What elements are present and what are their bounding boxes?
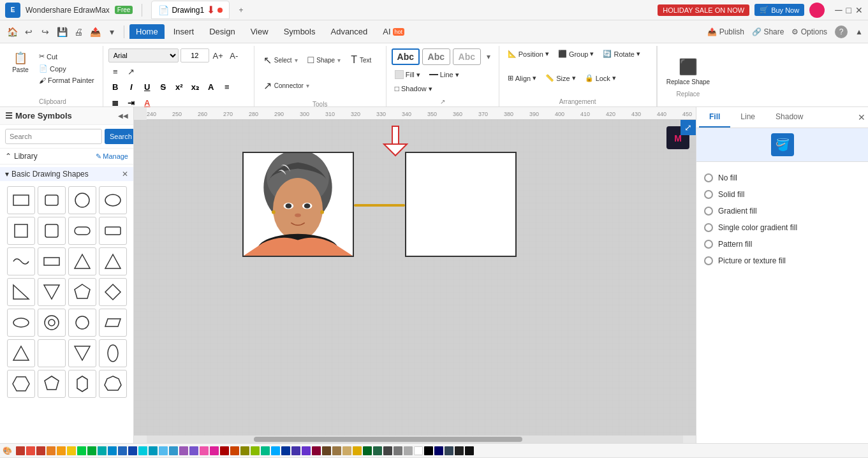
maximize-btn[interactable]: □	[846, 5, 851, 15]
color-swatch-lightgray[interactable]	[404, 446, 413, 455]
shadow-btn[interactable]: □ Shadow ▾	[392, 83, 436, 94]
color-swatch-gray[interactable]	[394, 446, 402, 455]
bold-btn[interactable]: B	[108, 80, 122, 94]
color-swatch-cyan2[interactable]	[149, 446, 158, 455]
underline-btn[interactable]: U	[140, 80, 154, 94]
shape-wave[interactable]	[7, 247, 35, 275]
menu-ai[interactable]: AI hot	[376, 24, 411, 39]
holiday-sale-btn[interactable]: HOLIDAY SALE ON NOW	[658, 4, 749, 16]
shape-rect2[interactable]	[38, 186, 66, 214]
empty-shape[interactable]	[405, 152, 517, 257]
color-swatch-darkblue[interactable]	[434, 446, 443, 455]
search-btn[interactable]: Search	[105, 129, 134, 144]
color-swatch-black[interactable]	[424, 446, 433, 455]
fill-gradient[interactable]: Gradient fill	[704, 203, 860, 219]
shape-triangle7[interactable]	[68, 339, 96, 367]
increase-font-btn[interactable]: A+	[211, 48, 225, 62]
color-swatch-violet[interactable]	[302, 446, 311, 455]
shape-square1[interactable]	[7, 217, 35, 245]
minimize-btn[interactable]: ─	[835, 4, 842, 16]
menu-home[interactable]: Home	[129, 24, 165, 39]
strikethrough-btn[interactable]: S	[156, 80, 170, 94]
menu-view[interactable]: View	[244, 24, 275, 39]
color-swatch-darkred[interactable]	[220, 446, 229, 455]
shape-circle1[interactable]	[68, 186, 96, 214]
nav-undo[interactable]: ↩	[22, 25, 36, 39]
text-tool-btn[interactable]: T Text	[347, 48, 375, 71]
fill-single-gradient[interactable]: Single color gradient fill	[704, 219, 860, 236]
italic-btn[interactable]: I	[124, 80, 138, 94]
fill-solid[interactable]: Solid fill	[704, 186, 860, 203]
canvas-expand-btn[interactable]: ⤢	[680, 120, 696, 135]
format-painter-btn[interactable]: 🖌 Format Painter	[36, 75, 98, 85]
menu-insert[interactable]: Insert	[167, 24, 201, 39]
color-swatch-lightblue2[interactable]	[169, 446, 178, 455]
color-swatch-slate[interactable]	[445, 446, 453, 455]
align-btn2[interactable]: ⊞ Align ▾	[504, 73, 540, 84]
file-tab[interactable]: 📄 Drawing1 ⬇	[151, 1, 230, 19]
shape-triangle5[interactable]	[7, 339, 35, 367]
color-swatch-blue1[interactable]	[108, 446, 117, 455]
color-swatch-pink1[interactable]	[200, 446, 209, 455]
cut-btn[interactable]: ✂ Cut	[36, 51, 98, 62]
color-swatch-olive[interactable]	[240, 446, 249, 455]
shape-pentagon2[interactable]	[38, 370, 66, 398]
fill-picture-texture[interactable]: Picture or texture fill	[704, 252, 860, 269]
tab-fill[interactable]: Fill	[699, 107, 730, 128]
shape-circle3[interactable]	[68, 309, 96, 337]
nav-more[interactable]: ▾	[105, 25, 119, 39]
decrease-font-btn[interactable]: A-	[227, 48, 241, 62]
color-swatch-pink2[interactable]	[210, 446, 219, 455]
color-swatch-orange2[interactable]	[47, 446, 55, 455]
lock-btn[interactable]: 🔒 Lock ▾	[582, 73, 619, 84]
color-swatch-darkgreen[interactable]	[363, 446, 372, 455]
nav-home[interactable]: 🏠	[5, 25, 19, 39]
style-abc2[interactable]: Abc	[422, 48, 450, 65]
menu-advanced[interactable]: Advanced	[324, 24, 374, 39]
menu-design[interactable]: Design	[203, 24, 241, 39]
paste-btn[interactable]: 📋 Paste	[8, 48, 33, 76]
color-swatch-blue3[interactable]	[128, 446, 137, 455]
replace-shape-btn[interactable]: ⬛ Replace Shape	[660, 54, 716, 89]
color-swatch-cyan1[interactable]	[138, 446, 147, 455]
color-swatch-nearblack[interactable]	[465, 446, 474, 455]
shapes-section-header[interactable]: ▾ Basic Drawing Shapes ✕	[0, 167, 133, 181]
shape-oval[interactable]	[99, 339, 127, 367]
color-swatch-orangered[interactable]	[230, 446, 239, 455]
color-swatch-tan[interactable]	[332, 446, 341, 455]
drawing-canvas[interactable]: M ⤢	[134, 120, 696, 435]
group-btn[interactable]: ⬛ Group ▾	[555, 48, 598, 59]
shape-triangle4[interactable]	[38, 278, 66, 306]
portrait-shape[interactable]	[242, 152, 354, 257]
shape-square2[interactable]	[38, 217, 66, 245]
bullet-btn[interactable]: ≡	[220, 80, 234, 94]
right-panel-close-btn[interactable]: ✕	[858, 112, 865, 122]
color-swatch-purple1[interactable]	[179, 446, 188, 455]
collapse-ribbon-btn[interactable]: ▲	[855, 27, 863, 36]
style-abc1[interactable]: Abc	[392, 48, 420, 65]
color-swatch-gold[interactable]	[353, 446, 362, 455]
shape-heptagon[interactable]	[99, 370, 127, 398]
color-swatch-green1[interactable]	[77, 446, 86, 455]
shape-diamond[interactable]	[99, 278, 127, 306]
shape-tool-btn[interactable]: □ Shape ▾	[304, 48, 345, 71]
color-swatch-red1[interactable]	[16, 446, 25, 455]
shape-triangle3[interactable]	[7, 278, 35, 306]
shape-rect5[interactable]	[38, 247, 66, 275]
nav-print[interactable]: 🖨	[71, 25, 85, 39]
position-btn[interactable]: 📐 Position ▾	[504, 48, 552, 59]
shape-circle2[interactable]	[99, 186, 127, 214]
color-swatch-forest[interactable]	[373, 446, 382, 455]
fill-pattern[interactable]: Pattern fill	[704, 236, 860, 252]
line-btn[interactable]: Line ▾	[426, 69, 462, 80]
tab-line[interactable]: Line	[730, 107, 765, 128]
color-swatch-green2[interactable]	[87, 446, 96, 455]
color-swatch-yellow1[interactable]	[57, 446, 66, 455]
font-size-input[interactable]	[180, 48, 209, 62]
shape-hexagon[interactable]	[7, 370, 35, 398]
color-swatch-orange1[interactable]	[36, 446, 45, 455]
color-swatch-navy[interactable]	[281, 446, 290, 455]
share-btn[interactable]: 🔗 Share	[752, 27, 784, 36]
nav-redo[interactable]: ↪	[38, 25, 52, 39]
color-swatch-purple2[interactable]	[189, 446, 198, 455]
